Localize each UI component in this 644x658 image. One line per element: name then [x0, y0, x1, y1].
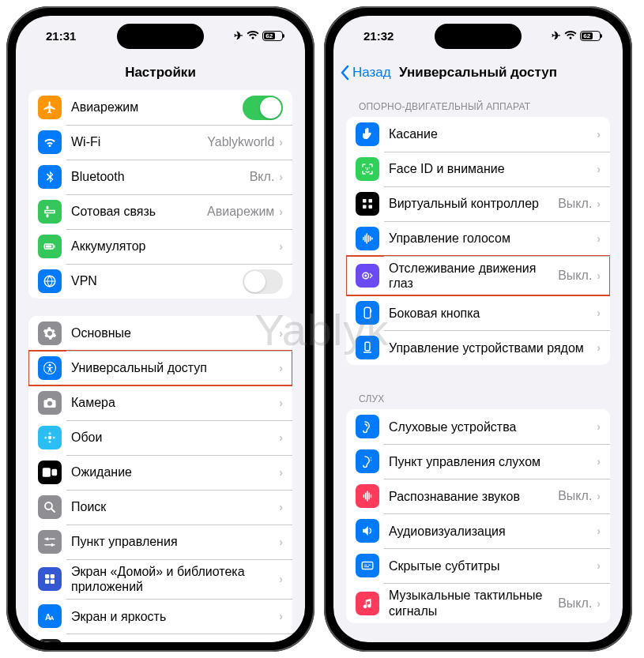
- row-label: Face ID и внимание: [389, 161, 597, 176]
- section-header-hearing: СЛУХ: [333, 382, 623, 409]
- settings-row-bluetooth[interactable]: BluetoothВкл.›: [28, 160, 292, 194]
- row-label: Сотовая связь: [71, 204, 207, 219]
- settings-content[interactable]: АвиарежимWi-FiYablykworld›BluetoothВкл.›…: [16, 90, 305, 642]
- svg-rect-32: [371, 310, 372, 313]
- settings-row-hearingctrl[interactable]: Пункт управления слухом›: [346, 444, 610, 479]
- toggle-switch[interactable]: [243, 96, 283, 120]
- settings-row-wifi[interactable]: Wi-FiYablykworld›: [28, 125, 292, 160]
- toggle-switch[interactable]: [243, 269, 283, 294]
- row-label: Отслеживание движения глаз: [389, 261, 558, 291]
- svg-point-34: [371, 457, 372, 459]
- settings-row-wallpaper[interactable]: Обои›: [28, 420, 292, 455]
- chevron-right-icon: ›: [597, 269, 601, 282]
- settings-row-battery[interactable]: Аккумулятор›: [28, 229, 292, 264]
- chevron-right-icon: ›: [279, 536, 283, 548]
- svg-point-23: [365, 167, 367, 169]
- svg-rect-11: [43, 468, 51, 477]
- row-label: Боковая кнопка: [389, 306, 597, 321]
- settings-row-faceid[interactable]: Face ID и внимание›: [346, 152, 610, 186]
- chevron-right-icon: ›: [279, 362, 283, 374]
- airplane-status-icon: ✈: [234, 29, 243, 42]
- settings-row-gear[interactable]: Основные›: [28, 316, 292, 351]
- settings-row-sidebutton[interactable]: Боковая кнопка›: [346, 295, 610, 330]
- row-label: Музыкальные тактильные сигналы: [389, 588, 558, 618]
- wifi-status-icon: [564, 31, 577, 40]
- svg-rect-28: [369, 205, 373, 209]
- chevron-right-icon: ›: [279, 136, 283, 149]
- svg-rect-31: [364, 308, 371, 319]
- settings-row-accessibility[interactable]: Универсальный доступ›: [28, 351, 292, 385]
- row-label: Основные: [71, 325, 279, 340]
- settings-row-camera[interactable]: Камера›: [28, 385, 292, 420]
- screen-left: 21:31 ✈ 62 Настройки АвиарежимWi-FiYably…: [16, 16, 305, 642]
- voice-icon: [356, 227, 379, 250]
- settings-row-touch[interactable]: Касание›: [346, 117, 610, 152]
- settings-row-soundrec[interactable]: Распознавание звуковВыкл.›: [346, 479, 610, 513]
- settings-row-standby[interactable]: Ожидание›: [28, 455, 292, 490]
- settings-row-haptic[interactable]: Музыкальные тактильные сигналыВыкл.›: [346, 583, 610, 622]
- settings-row-display[interactable]: AAЭкран и яркость›: [28, 599, 292, 634]
- settings-row-subtitle[interactable]: Скрытые субтитры›: [346, 548, 610, 583]
- row-label: Экран «Домой» и библиотека приложений: [71, 564, 279, 594]
- back-label: Назад: [352, 65, 391, 81]
- svg-point-9: [44, 437, 47, 439]
- svg-point-10: [53, 437, 55, 439]
- hearingctrl-icon: [356, 449, 379, 473]
- wallpaper-icon: [38, 426, 62, 449]
- svg-point-30: [364, 275, 367, 277]
- settings-row-audioviz[interactable]: Аудиовизуализация›: [346, 513, 610, 548]
- svg-rect-19: [51, 580, 55, 584]
- chevron-right-icon: ›: [279, 171, 283, 183]
- svg-point-35: [371, 460, 372, 461]
- section-header-motor: ОПОРНО-ДВИГАТЕЛЬНЫЙ АППАРАТ: [333, 90, 623, 117]
- accessibility-icon: [38, 356, 62, 380]
- svg-rect-16: [45, 574, 49, 578]
- page-title: Настройки: [125, 65, 196, 81]
- row-value: Выкл.: [558, 197, 592, 211]
- chevron-right-icon: ›: [279, 573, 283, 585]
- settings-row-search[interactable]: Поиск›: [28, 490, 292, 525]
- settings-row-siri[interactable]: Siri›: [28, 634, 292, 642]
- svg-rect-27: [363, 205, 367, 209]
- nav-bar: Назад Универсальный доступ: [333, 55, 623, 90]
- back-button[interactable]: Назад: [340, 65, 391, 81]
- svg-rect-1: [54, 246, 55, 248]
- settings-row-eye[interactable]: Отслеживание движения глазВыкл.›: [346, 256, 610, 295]
- svg-rect-12: [52, 469, 58, 476]
- row-label: Ожидание: [71, 464, 279, 479]
- dynamic-island: [117, 24, 204, 49]
- chevron-left-icon: [340, 65, 349, 81]
- status-icons: ✈ 62: [552, 29, 601, 42]
- row-label: Поиск: [71, 499, 279, 514]
- touch-icon: [356, 122, 379, 146]
- eye-icon: [356, 264, 379, 288]
- control-icon: [38, 530, 62, 554]
- settings-row-ear[interactable]: Слуховые устройства›: [346, 409, 610, 444]
- settings-row-cellular[interactable]: Сотовая связьАвиарежим›: [28, 194, 292, 229]
- row-value: Yablykworld: [207, 135, 274, 149]
- settings-row-nearby[interactable]: Управление устройствами рядом›: [346, 330, 610, 365]
- audioviz-icon: [356, 519, 379, 543]
- settings-row-home[interactable]: Экран «Домой» и библиотека приложений›: [28, 559, 292, 599]
- settings-row-vpn[interactable]: VPN: [28, 264, 292, 299]
- row-label: Камера: [71, 395, 279, 410]
- subtitle-icon: [356, 554, 379, 577]
- chevron-right-icon: ›: [597, 306, 601, 319]
- settings-row-airplane[interactable]: Авиарежим: [28, 90, 292, 125]
- settings-row-voice[interactable]: Управление голосом›: [346, 221, 610, 256]
- svg-point-5: [49, 364, 51, 367]
- svg-point-6: [48, 436, 52, 440]
- settings-row-control[interactable]: Пункт управления›: [28, 525, 292, 559]
- svg-point-15: [51, 543, 54, 547]
- accessibility-content[interactable]: ОПОРНО-ДВИГАТЕЛЬНЫЙ АППАРАТ Касание›Face…: [333, 90, 623, 642]
- vcontroller-icon: [356, 192, 379, 216]
- settings-row-vcontroller[interactable]: Виртуальный контроллерВыкл.›: [346, 186, 610, 221]
- row-label: Обои: [71, 430, 279, 445]
- row-label: Пункт управления слухом: [389, 454, 597, 469]
- chevron-right-icon: ›: [279, 431, 283, 444]
- row-label: Пункт управления: [71, 534, 279, 549]
- row-value: Выкл.: [558, 269, 592, 283]
- row-label: Слуховые устройства: [389, 419, 597, 434]
- haptic-icon: [356, 592, 379, 615]
- svg-text:A: A: [50, 615, 55, 622]
